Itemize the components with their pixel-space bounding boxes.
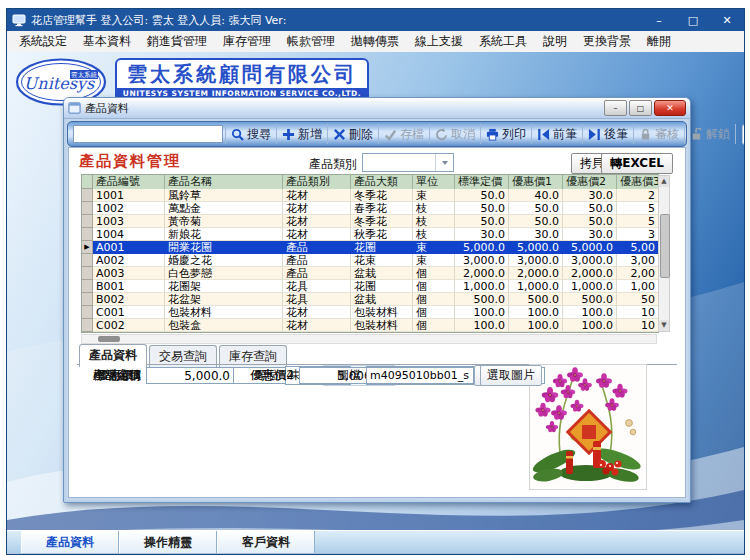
- title-bar: 花店管理幫手 登入公司: 雲太 登入人員: 張大同 Ver: – □ ✕: [7, 9, 744, 31]
- table-row-A001[interactable]: ▶A001開業花圈產品花圈束5,000.05,000.05,000.05,00: [82, 241, 658, 254]
- column-header-5[interactable]: 標準定價: [455, 175, 509, 189]
- row-selector: [82, 228, 93, 241]
- scroll-up-icon[interactable]: ▲: [659, 176, 669, 187]
- product-minimize-button[interactable]: –: [604, 100, 627, 116]
- select-image-button[interactable]: 選取圖片: [480, 365, 542, 386]
- toolbar-unlock-button[interactable]: 解鎖: [685, 124, 736, 144]
- form-icon: [68, 102, 81, 115]
- unlock-icon: [690, 128, 703, 141]
- plus-icon: [282, 128, 295, 141]
- maximize-button[interactable]: □: [676, 9, 710, 31]
- table-row-C001[interactable]: C001包裝材料花材包裝材料個100.0100.0100.010: [82, 306, 658, 319]
- logo-badge-text: 雲太系統: [71, 71, 98, 79]
- discount3-field[interactable]: [146, 367, 234, 384]
- image-file-field[interactable]: [366, 367, 474, 384]
- menu-item-7[interactable]: 系統工具: [471, 31, 535, 52]
- row-selector: [82, 280, 93, 293]
- product-window-titlebar: 產品資料 – □ ✕: [64, 98, 690, 119]
- menu-bar: 系統設定基本資料銷進貨管理庫存管理帳款管理拋轉傳票線上支援系統工具說明更換背景離…: [7, 31, 744, 53]
- export-excel-button[interactable]: 轉EXCEL: [601, 153, 673, 174]
- minimize-button[interactable]: –: [642, 9, 676, 31]
- row-selector-arrow-icon: ▶: [82, 241, 93, 254]
- horizontal-scrollbar[interactable]: [81, 334, 657, 344]
- search-icon: [231, 128, 244, 141]
- row-selector: [82, 319, 93, 332]
- product-maximize-button[interactable]: □: [629, 100, 652, 116]
- category-filter-label: 產品類別: [309, 156, 357, 173]
- toolbar-cancel-button[interactable]: 取消: [430, 124, 481, 144]
- vertical-scrollbar[interactable]: ▲ ▼: [658, 175, 670, 332]
- menu-item-4[interactable]: 帳款管理: [279, 31, 343, 52]
- search-input[interactable]: [73, 125, 223, 143]
- toolbar-next-button[interactable]: 後筆: [583, 124, 634, 144]
- table-row-B001[interactable]: B001花圈架花具花圈個1,000.01,000.01,000.01,00: [82, 280, 658, 293]
- column-header-2[interactable]: 產品類別: [283, 175, 351, 189]
- column-header-7[interactable]: 優惠價2: [563, 175, 617, 189]
- taskbar-item-1[interactable]: 操作精靈: [119, 531, 217, 553]
- row-selector: [82, 189, 93, 202]
- row-selector: [82, 215, 93, 228]
- menu-item-0[interactable]: 系統設定: [11, 31, 75, 52]
- column-header-6[interactable]: 優惠價1: [509, 175, 563, 189]
- table-row-1004[interactable]: 1004新娘花花材秋季花枝30.030.030.03: [82, 228, 658, 241]
- next-icon: [588, 128, 601, 141]
- tab-0[interactable]: 產品資料: [79, 344, 147, 367]
- table-row-1002[interactable]: 1002萬點金花材春季花枝50.050.050.05: [82, 202, 658, 215]
- undo-icon: [435, 128, 448, 141]
- toolbar-home-button[interactable]: 首頁: [742, 124, 744, 145]
- toolbar-add-button[interactable]: 新增: [277, 124, 328, 144]
- toolbar-print-button[interactable]: 列印: [481, 124, 532, 144]
- table-row-1001[interactable]: 1001風鈴草花材冬季花束50.040.030.02: [82, 189, 658, 202]
- check-icon: [384, 128, 397, 141]
- table-row-1003[interactable]: 1003黃帝菊花材冬季花枝50.050.050.05: [82, 215, 658, 228]
- product-form: 產品編號 條碼檢查碼 產品類別 產品 產品名稱: [77, 366, 677, 497]
- menu-item-3[interactable]: 庫存管理: [215, 31, 279, 52]
- table-row-A002[interactable]: A002婚慶之花產品花束束3,000.03,000.03,000.03,00: [82, 254, 658, 267]
- table-row-A003[interactable]: A003白色夢戀產品盆栽個2,000.02,000.02,000.02,00: [82, 267, 658, 280]
- page-title: 產品資料管理: [79, 152, 181, 171]
- column-header-1[interactable]: 產品名稱: [165, 175, 283, 189]
- product-data-window: 產品資料 – □ ✕ 搜尋新增刪除存檔取消列印前筆後筆審核解鎖 首頁離開 產品資…: [63, 97, 691, 503]
- product-close-button[interactable]: ✕: [654, 100, 686, 116]
- column-header-8[interactable]: 優惠價3: [617, 175, 659, 189]
- app-icon: [12, 13, 26, 27]
- toolbar-delete-button[interactable]: 刪除: [328, 124, 379, 144]
- category-filter-select[interactable]: [362, 153, 454, 172]
- toolbar-audit-button[interactable]: 審核: [634, 124, 685, 144]
- taskbar-item-0[interactable]: 產品資料: [21, 531, 119, 553]
- menu-item-8[interactable]: 說明: [535, 31, 575, 52]
- delete-icon: [333, 128, 346, 141]
- row-selector: [82, 293, 93, 306]
- menu-item-9[interactable]: 更換背景: [575, 31, 639, 52]
- table-row-C002[interactable]: C002包裝盒花材包裝材料個100.0100.0100.010: [82, 319, 658, 332]
- scrollbar-thumb[interactable]: [660, 214, 670, 278]
- toolbar-search-button[interactable]: 搜尋: [225, 124, 277, 144]
- company-logo-box: 雲太系統顧問有限公司 UNITESYS SYSTEM INFORMATION S…: [115, 58, 369, 102]
- menu-item-5[interactable]: 拋轉傳票: [343, 31, 407, 52]
- table-row-B002[interactable]: B002花盆架花具盆栽個500.0500.0500.050: [82, 293, 658, 306]
- company-name: 雲太系統顧問有限公司: [117, 60, 367, 88]
- toolbar: 搜尋新增刪除存檔取消列印前筆後筆審核解鎖 首頁離開: [67, 121, 687, 147]
- toolbar-prev-button[interactable]: 前筆: [532, 124, 583, 144]
- image-file-label: 圖檔: [305, 367, 361, 384]
- scroll-down-icon[interactable]: ▼: [659, 320, 669, 331]
- product-panel: 產品資料管理 產品類別 拷貝 轉EXCEL 產品編號產品名稱產品類別產品大類單位…: [68, 147, 686, 498]
- chevron-down-icon: [435, 154, 453, 171]
- client-area: Unitesys 雲太系統 雲太系統顧問有限公司 UNITESYS SYSTEM…: [7, 52, 744, 554]
- printer-icon: [486, 128, 499, 141]
- toolbar-save-button[interactable]: 存檔: [379, 124, 430, 144]
- column-header-4[interactable]: 單位: [413, 175, 455, 189]
- menu-item-1[interactable]: 基本資料: [75, 31, 139, 52]
- taskbar-item-2[interactable]: 客戶資料: [217, 531, 315, 553]
- close-button[interactable]: ✕: [710, 9, 744, 31]
- column-header-0[interactable]: 產品編號: [93, 175, 165, 189]
- menu-item-2[interactable]: 銷進貨管理: [139, 31, 215, 52]
- bottom-taskbar: 產品資料操作精靈客戶資料: [7, 530, 744, 553]
- lock-icon: [639, 128, 652, 141]
- menu-item-10[interactable]: 離開: [639, 31, 679, 52]
- row-selector: [82, 306, 93, 319]
- menu-item-6[interactable]: 線上支援: [407, 31, 471, 52]
- row-selector: [82, 254, 93, 267]
- product-table: 產品編號產品名稱產品類別產品大類單位標準定價優惠價1優惠價2優惠價3 1001風…: [81, 174, 669, 344]
- column-header-3[interactable]: 產品大類: [351, 175, 413, 189]
